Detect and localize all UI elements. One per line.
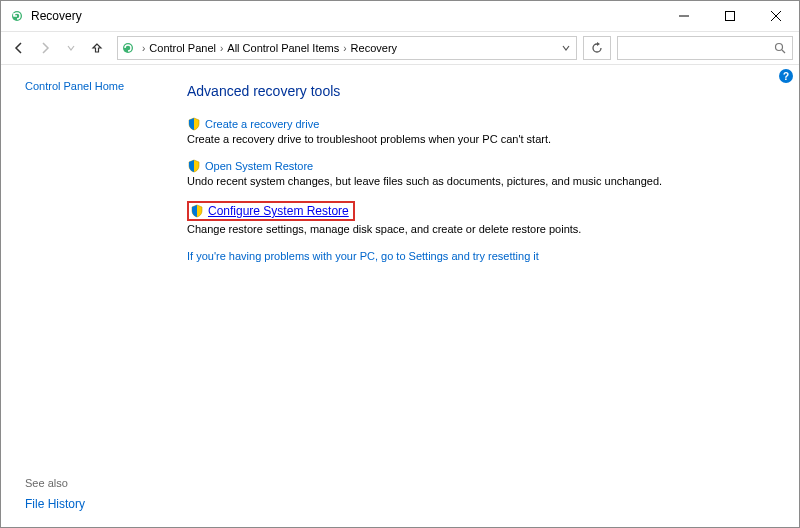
- breadcrumb-control-panel[interactable]: Control Panel: [147, 42, 218, 54]
- titlebar: Recovery: [1, 1, 799, 31]
- svg-point-6: [776, 44, 783, 51]
- breadcrumb-recovery[interactable]: Recovery: [349, 42, 399, 54]
- chevron-right-icon[interactable]: ›: [140, 43, 147, 54]
- control-panel-home-link[interactable]: Control Panel Home: [25, 80, 124, 92]
- window-title: Recovery: [31, 9, 82, 23]
- search-input[interactable]: [617, 36, 793, 60]
- configure-system-restore-link[interactable]: Configure System Restore: [208, 204, 349, 218]
- tool-desc: Create a recovery drive to troubleshoot …: [187, 133, 779, 145]
- sidebar: Control Panel Home: [1, 65, 183, 527]
- back-button[interactable]: [7, 36, 31, 60]
- reset-pc-link[interactable]: If you're having problems with your PC, …: [187, 250, 539, 262]
- chevron-right-icon[interactable]: ›: [218, 43, 225, 54]
- toolbar: › Control Panel › All Control Panel Item…: [1, 31, 799, 65]
- address-bar[interactable]: › Control Panel › All Control Panel Item…: [117, 36, 577, 60]
- body: Control Panel Home See also File History…: [1, 65, 799, 527]
- tool-desc: Change restore settings, manage disk spa…: [187, 223, 779, 235]
- tool-open-system-restore: Open System Restore Undo recent system c…: [187, 159, 779, 187]
- search-icon: [774, 42, 786, 54]
- chevron-right-icon[interactable]: ›: [341, 43, 348, 54]
- up-button[interactable]: [85, 36, 109, 60]
- window-controls: [661, 1, 799, 31]
- shield-icon: [187, 159, 201, 173]
- minimize-button[interactable]: [661, 1, 707, 31]
- shield-icon: [187, 117, 201, 131]
- address-dropdown[interactable]: [558, 44, 574, 52]
- page-title: Advanced recovery tools: [187, 83, 779, 99]
- forward-button[interactable]: [33, 36, 57, 60]
- tool-create-recovery-drive: Create a recovery drive Create a recover…: [187, 117, 779, 145]
- tool-configure-system-restore: Configure System Restore Change restore …: [187, 201, 779, 235]
- content-area: ? Advanced recovery tools Create a recov…: [183, 65, 799, 527]
- close-button[interactable]: [753, 1, 799, 31]
- maximize-button[interactable]: [707, 1, 753, 31]
- highlight-box: Configure System Restore: [187, 201, 355, 221]
- tool-desc: Undo recent system changes, but leave fi…: [187, 175, 779, 187]
- shield-icon: [190, 204, 204, 218]
- open-system-restore-link[interactable]: Open System Restore: [205, 160, 313, 172]
- svg-rect-2: [726, 12, 735, 21]
- see-also-label: See also: [25, 477, 85, 489]
- control-panel-icon: [120, 40, 136, 56]
- refresh-button[interactable]: [583, 36, 611, 60]
- app-icon: [9, 8, 25, 24]
- reset-pc-help: If you're having problems with your PC, …: [187, 249, 779, 263]
- help-icon[interactable]: ?: [779, 69, 793, 83]
- create-recovery-drive-link[interactable]: Create a recovery drive: [205, 118, 319, 130]
- recent-dropdown[interactable]: [59, 36, 83, 60]
- breadcrumb-all-items[interactable]: All Control Panel Items: [225, 42, 341, 54]
- svg-line-7: [782, 50, 785, 53]
- file-history-link[interactable]: File History: [25, 497, 85, 511]
- see-also-section: See also File History: [25, 477, 85, 511]
